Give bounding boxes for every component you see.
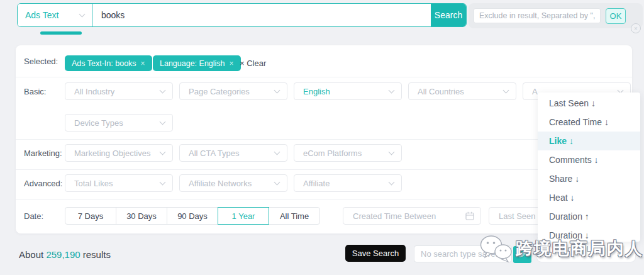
filter-select-page-categories[interactable]: Page Categories: [179, 82, 287, 100]
edit-search-button[interactable]: ✎: [513, 246, 531, 263]
exclude-bar: OK: [469, 3, 643, 28]
select-value: All Industry: [74, 87, 114, 96]
date-range-group: 7 Days 30 Days 90 Days 1 Year All Time: [65, 207, 320, 225]
saved-search-input[interactable]: [414, 245, 512, 262]
chevron-down-icon: [274, 149, 280, 155]
selected-tag-language[interactable]: Language: English ×: [153, 55, 241, 71]
menu-item-last-seen[interactable]: Last Seen ↓: [538, 94, 640, 113]
chevron-down-icon: [160, 87, 166, 94]
filter-select-total-likes[interactable]: Total Likes: [65, 174, 173, 192]
chevron-down-icon: [160, 149, 166, 155]
date-range-90-days[interactable]: 90 Days: [167, 207, 218, 225]
chevron-up-icon: [610, 247, 616, 254]
clear-all-button[interactable]: × Clear: [240, 59, 266, 68]
select-value: Device Types: [74, 118, 123, 128]
menu-item-comments[interactable]: Comments ↓: [538, 150, 640, 169]
filter-select-language[interactable]: English: [294, 82, 402, 100]
select-value: eCom Platforms: [303, 149, 362, 158]
ok-button[interactable]: OK: [606, 8, 626, 24]
tag-label: Language: English: [160, 59, 225, 68]
marketing-label: Marketing:: [24, 149, 62, 158]
menu-item-heat[interactable]: Heat ↓: [538, 188, 640, 207]
save-search-button[interactable]: Save Search: [345, 245, 406, 262]
select-value: Affiliate Networks: [189, 179, 252, 188]
remove-tag-icon[interactable]: ×: [230, 59, 234, 68]
select-value: All Countries: [418, 87, 464, 96]
select-value: A: [532, 87, 538, 96]
exclude-input[interactable]: [474, 8, 601, 23]
advanced-label: Advanced:: [24, 179, 62, 188]
calendar-icon: [465, 211, 474, 220]
tag-label: Ads Text-In: books: [72, 59, 136, 68]
filter-select-affiliate-networks[interactable]: Affiliate Networks: [179, 174, 287, 192]
chevron-down-icon: [389, 87, 395, 94]
select-value: Total Likes: [74, 179, 113, 188]
sort-dropdown-menu: Last Seen ↓ Created Time ↓ Like ↓ Commen…: [538, 93, 640, 242]
active-tab-indicator: [40, 31, 82, 35]
date-label: Date:: [24, 211, 43, 221]
select-value: Page Categories: [189, 87, 250, 96]
chevron-down-icon: [79, 11, 86, 18]
selected-tag-ads-text[interactable]: Ads Text-In: books ×: [65, 55, 152, 71]
selected-label: Selected:: [24, 57, 58, 66]
results-suffix: results: [83, 249, 111, 260]
filter-select-ecom-platforms[interactable]: eCom Platforms: [294, 144, 402, 162]
chevron-down-icon: [160, 179, 166, 186]
menu-item-like[interactable]: Like ↓: [538, 132, 640, 150]
chevron-down-icon: [389, 149, 395, 155]
date-range-30-days[interactable]: 30 Days: [116, 207, 167, 225]
search-button[interactable]: Search: [431, 4, 466, 26]
menu-item-share[interactable]: Share ↓: [538, 169, 640, 188]
select-value: All CTA Types: [189, 149, 239, 158]
filter-select-device-types[interactable]: Device Types: [65, 114, 173, 132]
menu-item-created-time[interactable]: Created Time ↓: [538, 113, 640, 132]
search-input[interactable]: [92, 4, 431, 26]
chevron-down-icon: [160, 119, 166, 125]
main-search-bar: Ads Text Search: [17, 3, 467, 27]
filter-select-countries[interactable]: All Countries: [408, 82, 516, 100]
date-range-all-time[interactable]: All Time: [269, 207, 320, 225]
date-input-placeholder: Created Time Between: [353, 211, 436, 221]
select-value: Affiliate: [303, 179, 330, 188]
sort-by-value: Sort by Like: [557, 244, 602, 254]
date-range-7-days[interactable]: 7 Days: [65, 207, 116, 225]
search-type-label: Ads Text: [25, 10, 58, 20]
results-count-text: About 259,190 results: [19, 249, 111, 260]
remove-tag-icon[interactable]: ×: [141, 59, 145, 68]
results-prefix: About: [19, 249, 43, 260]
menu-item-duration-desc[interactable]: Duration ↓: [538, 226, 640, 242]
basic-label: Basic:: [24, 87, 46, 96]
filter-select-marketing-objectives[interactable]: Marketing Objectives: [65, 144, 173, 162]
chevron-down-icon: [274, 87, 280, 94]
created-time-between-input[interactable]: Created Time Between: [343, 207, 481, 225]
search-type-select[interactable]: Ads Text: [18, 4, 92, 26]
filter-select-cta-types[interactable]: All CTA Types: [179, 144, 287, 162]
date-range-1-year[interactable]: 1 Year: [218, 207, 269, 225]
chevron-down-icon: [503, 87, 509, 94]
select-value: English: [303, 87, 330, 96]
close-icon[interactable]: ×: [631, 23, 641, 33]
results-count: 259,190: [46, 249, 80, 260]
chevron-down-icon: [274, 179, 280, 186]
select-value: Marketing Objectives: [74, 149, 150, 158]
chevron-down-icon: [389, 179, 395, 186]
filter-select-affiliate[interactable]: Affiliate: [294, 174, 402, 192]
menu-item-duration-asc[interactable]: Duration ↑: [538, 207, 640, 226]
divider: [16, 77, 632, 77]
filter-select-industry[interactable]: All Industry: [65, 82, 173, 100]
pencil-icon: ✎: [518, 249, 526, 260]
